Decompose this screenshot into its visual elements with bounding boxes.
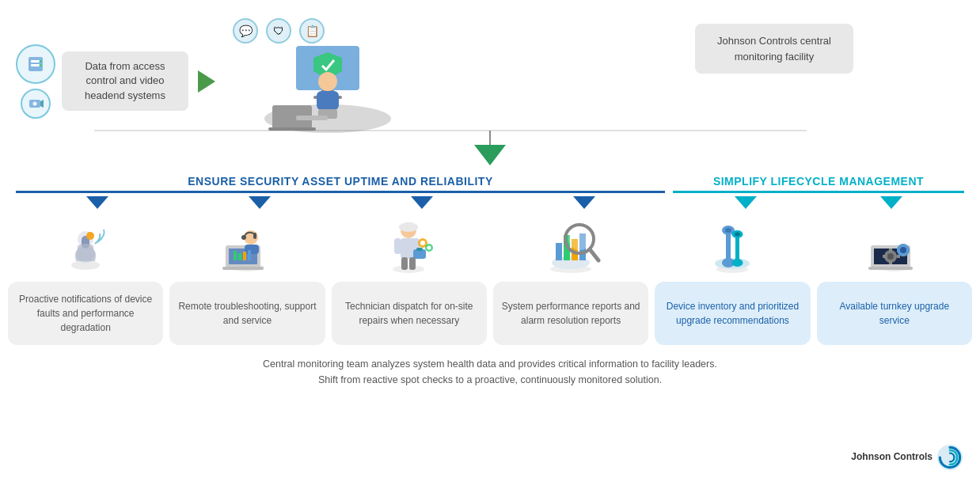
- svg-rect-47: [401, 257, 408, 270]
- card-6: Available turnkey upgrade service: [817, 282, 972, 345]
- card-3: Technician dispatch for on-site repairs …: [332, 282, 487, 345]
- jc-swirl-icon: [936, 443, 964, 472]
- tools-icon: [707, 219, 758, 275]
- svg-rect-55: [556, 243, 562, 260]
- main-content: ENSURE SECURITY ASSET UPTIME AND RELIABI…: [0, 170, 980, 478]
- svg-point-83: [900, 247, 906, 253]
- svg-point-3: [40, 60, 42, 63]
- svg-rect-37: [248, 250, 251, 260]
- svg-rect-46: [416, 248, 423, 251]
- bottom-line-1: Central monitoring team analyzes system …: [32, 356, 948, 372]
- svg-rect-36: [243, 252, 246, 260]
- triangles-row: [0, 196, 980, 209]
- jc-logo: Johnson Controls: [851, 443, 964, 472]
- svg-point-15: [318, 72, 337, 91]
- laptop-upgrade-icon: [867, 222, 922, 273]
- icon-cell-6: [817, 215, 972, 279]
- svg-marker-6: [40, 100, 44, 108]
- jc-logo-text: Johnson Controls: [851, 451, 933, 464]
- svg-rect-80: [897, 255, 900, 258]
- jc-callout-box: Johnson Controls central monitoring faci…: [695, 24, 853, 74]
- svg-rect-78: [889, 248, 892, 252]
- card-2: Remote troubleshooting, support and serv…: [169, 282, 325, 345]
- svg-rect-18: [296, 116, 328, 120]
- svg-rect-84: [902, 244, 905, 247]
- tri-6: [880, 196, 902, 209]
- laptop-technician-icon: [219, 222, 275, 273]
- svg-rect-34: [234, 251, 237, 260]
- icon-cell-2: [169, 215, 325, 279]
- svg-point-70: [735, 233, 740, 237]
- svg-point-52: [427, 246, 431, 250]
- svg-rect-35: [238, 253, 241, 260]
- tri-1: [86, 196, 108, 209]
- device-circle-1: [16, 44, 55, 84]
- camera-svg: [28, 96, 44, 112]
- top-section: Data from access control and video heade…: [0, 0, 980, 150]
- svg-rect-81: [883, 255, 886, 258]
- icon-cell-4: [493, 215, 648, 279]
- svg-point-25: [86, 232, 94, 240]
- card-1: Proactive notifications of device faults…: [8, 282, 163, 345]
- svg-point-77: [887, 253, 894, 260]
- data-source-label: Data from access control and video heade…: [85, 60, 165, 101]
- tri-4: [573, 196, 595, 209]
- icon-cell-3: [332, 215, 487, 279]
- svg-rect-33: [253, 233, 256, 239]
- svg-rect-41: [399, 225, 418, 228]
- svg-point-32: [241, 235, 246, 240]
- tri-2: [249, 196, 271, 209]
- icon-cell-5: [655, 215, 810, 279]
- svg-rect-1: [31, 60, 40, 63]
- right-triangles: [673, 196, 964, 209]
- svg-rect-31: [245, 245, 259, 254]
- svg-point-7: [33, 101, 37, 105]
- svg-rect-79: [889, 261, 892, 264]
- analytics-icon: [541, 219, 601, 275]
- card-4: System performance reports and alarm res…: [493, 282, 648, 345]
- camera-icon-1: [21, 89, 51, 119]
- left-devices: Data from access control and video heade…: [16, 44, 188, 119]
- svg-rect-87: [897, 248, 900, 252]
- svg-rect-2: [31, 64, 40, 66]
- server-icon: [25, 54, 46, 74]
- svg-point-4: [40, 64, 42, 66]
- technician-icon: [383, 219, 435, 275]
- bottom-line-2: Shift from reactive spot checks to a pro…: [32, 372, 948, 388]
- svg-point-50: [420, 241, 425, 245]
- svg-rect-14: [268, 127, 316, 131]
- jc-callout-text: Johnson Controls central monitoring faci…: [717, 35, 831, 63]
- svg-rect-16: [317, 91, 339, 110]
- data-source-box: Data from access control and video heade…: [62, 51, 188, 111]
- bottom-text: Central monitoring team analyzes system …: [0, 351, 980, 393]
- svg-rect-75: [868, 267, 913, 270]
- svg-rect-85: [902, 253, 905, 256]
- down-arrow: [474, 145, 506, 165]
- svg-point-71: [731, 259, 743, 267]
- arrow-right-icon: [198, 70, 215, 93]
- cards-row: Proactive notifications of device faults…: [0, 282, 980, 345]
- svg-rect-29: [222, 267, 264, 270]
- tri-5: [735, 196, 757, 209]
- svg-point-66: [725, 228, 731, 233]
- section-title-right: SIMPLIFY LIFECYCLE MANAGEMENT: [673, 175, 964, 193]
- left-triangles: [16, 196, 665, 209]
- card-5: Device inventory and prioritized upgrade…: [655, 282, 810, 345]
- notification-icon: [62, 222, 109, 273]
- svg-point-60: [568, 228, 591, 250]
- center-illustration: 💬 🛡 📋: [225, 14, 446, 149]
- svg-line-61: [590, 249, 598, 260]
- section-titles: ENSURE SECURITY ASSET UPTIME AND RELIABI…: [0, 175, 980, 193]
- section-title-left: ENSURE SECURITY ASSET UPTIME AND RELIABI…: [16, 175, 665, 193]
- icon-cell-1: [8, 215, 163, 279]
- svg-rect-48: [409, 257, 416, 270]
- svg-rect-68: [735, 235, 739, 263]
- svg-rect-43: [394, 238, 401, 254]
- tri-3: [411, 196, 433, 209]
- svg-rect-86: [906, 248, 910, 252]
- icon-row: [0, 215, 980, 279]
- svg-point-38: [393, 265, 424, 273]
